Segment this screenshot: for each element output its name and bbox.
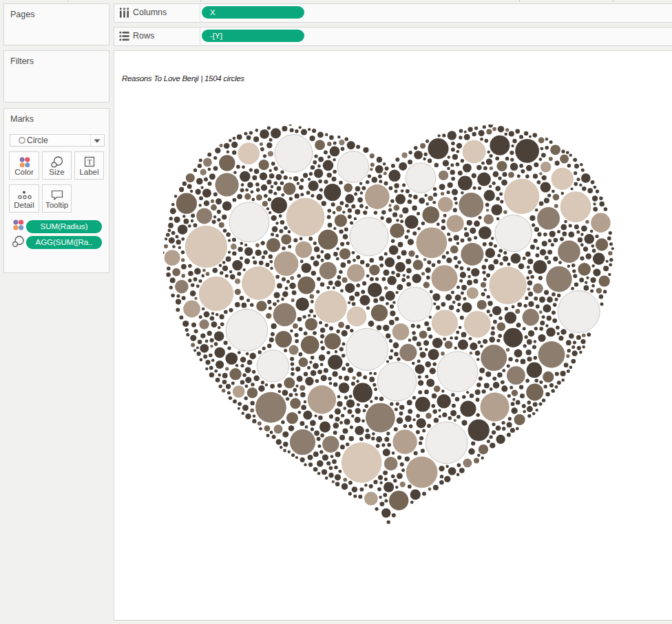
svg-text:T: T [87, 158, 92, 166]
